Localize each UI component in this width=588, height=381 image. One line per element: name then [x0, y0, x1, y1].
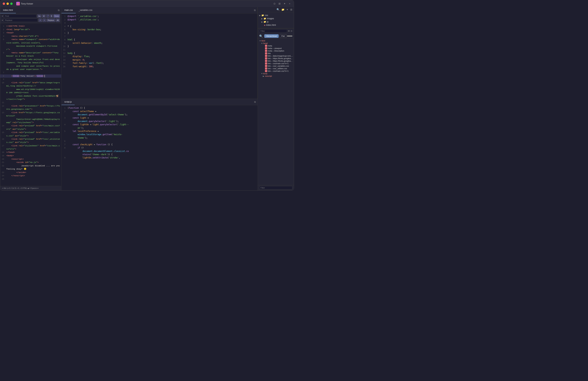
star-files-icon[interactable]: ✦: [286, 8, 288, 11]
dom-item-link-icon[interactable]: link – data:image/svg+xml,...: [258, 55, 294, 57]
dom-box-title: [265, 52, 267, 54]
tree-folder-images[interactable]: ▶ 📁 images: [258, 17, 294, 20]
dom-item-body[interactable]: ▼ body: [258, 72, 294, 75]
split-css-icon[interactable]: ⧉: [254, 9, 256, 12]
code-line-active: 8 <title>Tony Keiser</title>: [0, 74, 61, 78]
split-js-icon[interactable]: ⧉: [254, 101, 256, 104]
flat-button[interactable]: Flat: [279, 34, 287, 38]
css-line: 1 @import '_variables.css';: [62, 15, 257, 18]
html-editor[interactable]: 1 <!DOCTYPE html> 2 <html lang="en-US"> …: [0, 23, 61, 186]
dom-item-html[interactable]: ▼ html: [258, 40, 294, 42]
scrollbar-thumb: [287, 36, 292, 37]
tab-script-js[interactable]: script.js: [62, 99, 75, 105]
dom-item-link-main-css[interactable]: link – css/main.css?v=1: [258, 62, 294, 65]
code-line: 18 </head>: [0, 151, 61, 154]
css-line: 12 body {: [62, 52, 257, 55]
js-line: 5 let localPreference = window.localStor…: [62, 129, 258, 140]
folder-js-label: js: [267, 21, 269, 23]
code-line: 24 </noscript>: [0, 174, 61, 177]
dom-box-meta: [265, 45, 267, 47]
tree-folder-js[interactable]: ▶ 📁 js: [258, 20, 294, 23]
folder-images-icon: 📁: [264, 17, 266, 20]
dom-item-meta-description[interactable]: meta – Description: [258, 50, 294, 52]
tab-variables-css[interactable]: _variables.css: [76, 7, 95, 13]
add-icon[interactable]: +: [288, 2, 291, 5]
replace-row: ✦ < > Replace All: [2, 18, 60, 22]
bottom-filter-input[interactable]: [259, 186, 292, 190]
hierarchical-button[interactable]: Hierarchical: [264, 34, 279, 38]
right-panel: 🔍 📁 ✦ ⊞ ▶ 📁 css ▶ 📁 images ▶ 📁 js: [258, 7, 294, 190]
find-buttons: Aa W .* $ Done: [37, 14, 60, 18]
replace-button[interactable]: Replace: [46, 18, 55, 22]
filter-input[interactable]: [259, 29, 287, 33]
tree-file-index-html[interactable]: ◈ index.html: [258, 23, 294, 27]
code-line: 21 <aside id="no-js">: [0, 161, 61, 164]
tab-index-html[interactable]: index.html: [0, 7, 16, 13]
dom-item-link-variables[interactable]: link – css/_variables.css: [258, 65, 294, 67]
file-tree: ▶ 📁 css ▶ 📁 images ▶ 📁 js ◈ index.html: [258, 12, 294, 28]
chevron-right-icon: ▶: [259, 14, 261, 16]
folder-js-icon: 📁: [264, 21, 266, 23]
maximize-button[interactable]: [10, 2, 13, 5]
filter-row: ⚙ ⊙: [258, 28, 294, 34]
dom-item-title[interactable]: title: [258, 52, 294, 55]
scrollbar[interactable]: [287, 36, 292, 37]
dom-item-head[interactable]: ▼ head: [258, 42, 294, 44]
dom-item-link-main-css2[interactable]: link – css/main.css?v=1: [258, 70, 294, 72]
replace-input[interactable]: [4, 18, 38, 22]
find-icon: ✦: [2, 15, 3, 17]
dollar-button[interactable]: $: [50, 14, 53, 18]
css-editor[interactable]: 1 @import '_variables.css'; 2 @import '_…: [62, 14, 257, 99]
dom-item-link-utilities[interactable]: link – css/_utilities.css: [258, 67, 294, 70]
dom-box-meta-desc: [265, 50, 267, 52]
css-line: 10 }: [62, 45, 257, 48]
folder-icon[interactable]: 📁: [281, 8, 284, 11]
chevron-down-icon: ▼: [261, 42, 263, 44]
grid-files-icon[interactable]: ⊞: [290, 8, 292, 11]
code-line: 2 <html lang="en-US">: [0, 28, 61, 31]
next-match-button[interactable]: >: [42, 18, 46, 22]
filter-settings-icon[interactable]: ⚙: [288, 30, 290, 32]
bottom-filter-row: [258, 185, 294, 190]
star-icon[interactable]: ✦: [283, 2, 286, 5]
dom-box-link-utils: [265, 67, 267, 70]
search-files-icon[interactable]: 🔍: [276, 8, 280, 11]
code-line: 5 <meta name="viewport" content="width=d…: [0, 38, 61, 51]
code-line: 25: [0, 177, 61, 181]
filter-sort-icon[interactable]: ⊙: [291, 30, 292, 32]
search-icon[interactable]: ⊙: [273, 2, 276, 5]
find-bar: ✦ Aa W .* $ Done ✦ < > Replace All: [0, 14, 61, 23]
replace-all-button[interactable]: All: [56, 18, 60, 22]
dom-item-meta-viewport[interactable]: meta – viewport: [258, 47, 294, 50]
css-line: 14 margin: 0;: [62, 58, 257, 62]
dom-item-noscript[interactable]: ▶ noscript: [258, 75, 294, 77]
dom-box-link-main2: [265, 70, 267, 72]
code-line: 20 <noscript>: [0, 158, 61, 161]
minimize-button[interactable]: [6, 2, 9, 5]
find-input[interactable]: [4, 14, 36, 18]
js-line: 1 (function () {: [62, 106, 258, 110]
done-button[interactable]: Done: [53, 14, 60, 18]
js-panel: script.js ⧉ 1 (function () { 2 const sel…: [62, 99, 258, 190]
prev-match-button[interactable]: <: [38, 18, 42, 22]
dom-item-link-google1[interactable]: link – https://fonts.googlea...: [258, 57, 294, 60]
js-editor[interactable]: 1 (function () { 2 const selectTheme = d…: [62, 105, 258, 190]
dom-tree: ▼ html ▼ head meta meta: [258, 39, 294, 185]
dom-box-link-g1: [265, 57, 267, 60]
find-nav: < > Replace All: [38, 18, 60, 22]
close-button[interactable]: [3, 2, 5, 5]
app-icon: 🐒: [16, 2, 20, 5]
css-line: 7: [62, 35, 257, 38]
regex-button[interactable]: .*: [46, 14, 50, 18]
split-editor-icon[interactable]: ⧉: [58, 9, 60, 12]
grid-icon[interactable]: ⊞: [278, 2, 281, 5]
code-line: 12 <link rel="preconnect" href="https://…: [0, 104, 61, 111]
match-word-button[interactable]: W: [42, 14, 46, 18]
match-case-button[interactable]: Aa: [37, 14, 42, 18]
main-area: index.html ⧉ ✦ Aa W .* $ Done ✦: [0, 7, 294, 190]
tab-main-css[interactable]: main.css: [62, 7, 76, 13]
tree-folder-css[interactable]: ▶ 📁 css: [258, 14, 294, 17]
css-line: 6 }: [62, 31, 257, 35]
dom-item-link-google2[interactable]: link – https://fonts.googlea...: [258, 60, 294, 62]
dom-item-meta[interactable]: meta: [258, 44, 294, 47]
